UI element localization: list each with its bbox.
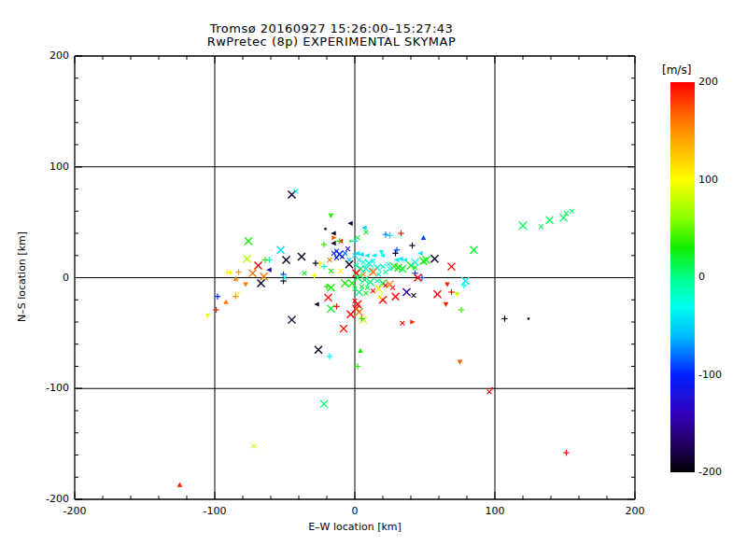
colorbar-unit-label: [m/s]: [662, 63, 727, 77]
scatter-plot-canvas: [0, 0, 747, 560]
colorbar-gradient: [670, 82, 695, 472]
plot-title: Tromsø 20160927 15:26:00–15:27:43 RwPret…: [70, 22, 593, 49]
xtick-value: -200: [51, 505, 98, 517]
xtick-value: 200: [612, 505, 658, 517]
xtick-value: 100: [472, 505, 518, 517]
ctick-value: -100: [698, 369, 738, 381]
xtick-value: -100: [191, 505, 238, 517]
x-axis-label: E–W location [km]: [75, 521, 635, 533]
title-line-2: RwPretec (8p) EXPERIMENTAL SKYMAP: [70, 35, 593, 49]
ytick-value: -100: [26, 382, 69, 394]
ctick-value: -200: [698, 466, 738, 478]
ytick-value: 100: [26, 161, 69, 173]
ctick-value: 200: [698, 76, 738, 88]
ctick-value: 100: [698, 174, 738, 186]
ytick-value: 0: [26, 272, 69, 284]
ytick-value: 200: [26, 49, 69, 62]
title-line-1: Tromsø 20160927 15:26:00–15:27:43: [70, 22, 593, 35]
ytick-value: -200: [26, 493, 69, 505]
skymap-figure: Tromsø 20160927 15:26:00–15:27:43 RwPret…: [0, 0, 747, 560]
ctick-value: 0: [698, 271, 738, 283]
xtick-value: 0: [331, 505, 378, 517]
